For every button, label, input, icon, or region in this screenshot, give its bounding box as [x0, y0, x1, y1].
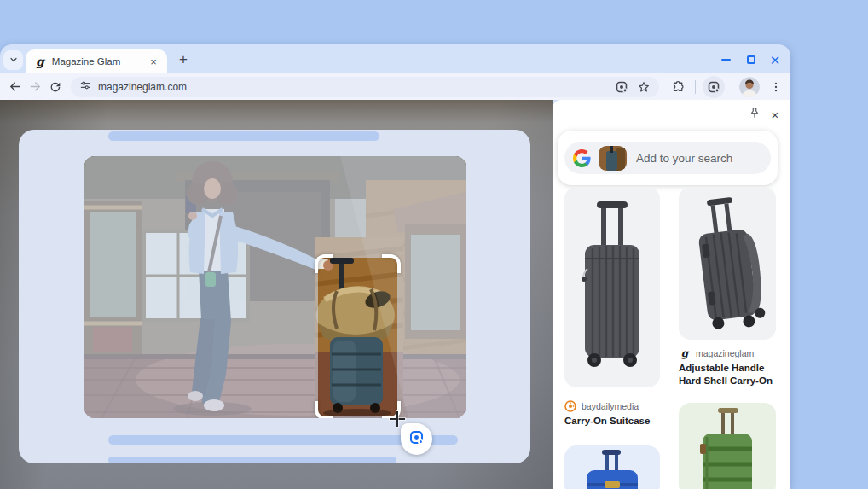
menu-kebab-icon[interactable]: [766, 77, 786, 97]
tab-title: Magazine Glam: [52, 56, 147, 67]
results-column-2: g magazineglam Adjustable Handle Hard Sh…: [679, 100, 776, 489]
window-maximize-button[interactable]: [740, 53, 762, 67]
browser-toolbar: magazineglam.com: [0, 73, 790, 100]
result-title[interactable]: Adjustable Handle Hard Shell Carry-On: [679, 362, 784, 387]
magazineglam-favicon: g: [679, 347, 691, 359]
results-column-1: baydailymedia Carry-On Suitcase: [564, 100, 660, 489]
site-info-icon[interactable]: [79, 79, 91, 95]
url-text: magazineglam.com: [98, 81, 608, 93]
reload-button[interactable]: [45, 77, 66, 97]
bookmark-star-icon[interactable]: [635, 79, 652, 96]
result-image-hard-shell-carry-on[interactable]: [679, 187, 776, 340]
window-minimize-button[interactable]: [715, 53, 737, 67]
toolbar-separator: [732, 80, 732, 94]
lens-icon: [408, 429, 425, 449]
skeleton-text-bar: [108, 457, 396, 463]
tab-strip: g Magazine Glam × + ✕: [0, 44, 790, 73]
profile-avatar[interactable]: [739, 77, 760, 97]
article-card: [19, 130, 530, 463]
result-image-carry-on-suitcase[interactable]: [564, 187, 660, 387]
lens-selection-region[interactable]: [318, 258, 397, 416]
lens-active-icon[interactable]: [703, 76, 725, 98]
lens-side-panel: ×: [553, 100, 790, 489]
minimize-icon: [721, 59, 731, 61]
selection-handle-top-right[interactable]: [382, 254, 401, 273]
toolbar-actions: [668, 76, 786, 98]
window-close-button[interactable]: ✕: [764, 53, 786, 67]
new-tab-button[interactable]: +: [173, 49, 194, 70]
site-favicon: g: [36, 55, 44, 67]
chevron-down-icon: [9, 53, 19, 68]
skeleton-text-bar: [108, 131, 379, 141]
tab-search-button[interactable]: [3, 50, 23, 70]
tab-close-icon[interactable]: ×: [147, 55, 160, 68]
screenshot-root: { "desktop": { "wallpaper_color": "#a9c6…: [0, 0, 868, 489]
result-image-blue-suitcase[interactable]: [564, 445, 660, 489]
browser-window: g Magazine Glam × + ✕ magazineglam.com: [0, 44, 790, 489]
source-name: baydailymedia: [582, 401, 639, 411]
close-icon: ✕: [770, 54, 781, 67]
toolbar-separator: [695, 80, 696, 94]
page-content-dimmed: [0, 100, 553, 489]
result-source[interactable]: g magazineglam: [679, 347, 754, 359]
baydailymedia-icon: [564, 400, 576, 412]
result-image-green-suitcase[interactable]: [679, 403, 776, 489]
extensions-icon[interactable]: [668, 77, 688, 97]
selection-handle-bottom-left[interactable]: [315, 401, 333, 418]
forward-button[interactable]: [25, 77, 45, 97]
address-bar[interactable]: magazineglam.com: [71, 77, 659, 97]
lens-fab-button[interactable]: [401, 423, 432, 455]
lens-icon[interactable]: [613, 79, 630, 96]
source-name: magazineglam: [696, 348, 754, 358]
result-title[interactable]: Carry-On Suitcase: [564, 415, 665, 428]
maximize-icon: [747, 55, 755, 64]
tab-magazine-glam[interactable]: g Magazine Glam ×: [26, 49, 167, 73]
back-button[interactable]: [4, 77, 25, 97]
article-photo[interactable]: [84, 156, 466, 418]
selection-handle-top-left[interactable]: [315, 254, 333, 273]
result-source[interactable]: baydailymedia: [564, 400, 639, 412]
